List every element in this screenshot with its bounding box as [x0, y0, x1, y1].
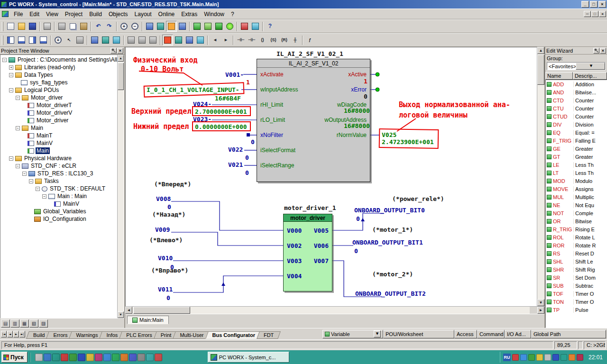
- edit-wizard-toggle-button[interactable]: [27, 35, 38, 46]
- editor-vertical-scrollbar[interactable]: ▲ ▼: [537, 47, 544, 306]
- quick-launch-icon-13[interactable]: [138, 354, 145, 361]
- crossref-header-variable[interactable]: Variable▼: [322, 330, 383, 338]
- function-block-motor-driver[interactable]: motor_driverV000V002V003V004V005V006V007: [283, 214, 332, 291]
- paste-button[interactable]: [78, 21, 89, 32]
- fbd-canvas[interactable]: IL_AI_2_SF_V1_02xActivatewInputAddressrH…: [125, 47, 537, 306]
- edit-wizard-header[interactable]: Edit Wizard ×: [545, 47, 607, 55]
- tree-item-main[interactable]: Main: [0, 147, 124, 155]
- editor-hscroll-thumb[interactable]: [133, 307, 190, 314]
- tree-item-std-cnf-eclr[interactable]: −STD_CNF : eCLR: [0, 162, 124, 170]
- pin-v007[interactable]: V007: [314, 257, 329, 264]
- crossref-header-access[interactable]: Access: [454, 330, 477, 338]
- quick-launch-icon-8[interactable]: [95, 354, 102, 361]
- select-tool-button[interactable]: ↖: [64, 35, 74, 46]
- tree-view-button-1[interactable]: ▤: [1, 319, 10, 328]
- maximize-button[interactable]: □: [590, 1, 598, 8]
- wizard-row-ctu[interactable]: CTUCounter: [546, 104, 607, 112]
- zoom-in-button[interactable]: +: [119, 21, 129, 32]
- pin-icon[interactable]: [593, 48, 599, 54]
- menu-build[interactable]: Build: [86, 9, 105, 19]
- tray-icon-8[interactable]: [569, 354, 575, 361]
- pin-icon[interactable]: [110, 48, 117, 54]
- menu-online[interactable]: Online: [155, 9, 178, 19]
- tree-scroll-thumb[interactable]: [118, 63, 124, 90]
- zoom-out-button[interactable]: −: [129, 21, 140, 32]
- tree-item-io-configuration[interactable]: IO_Configuration: [0, 215, 124, 223]
- wizard-row-div[interactable]: DIVDivision: [546, 120, 607, 128]
- next-worksheet-button[interactable]: ►: [221, 35, 231, 46]
- wizard-row-ton[interactable]: TONTimer O: [546, 298, 607, 306]
- insert-variable-button[interactable]: [89, 35, 100, 46]
- language-indicator[interactable]: RU: [503, 354, 511, 361]
- wizard-row-rol[interactable]: ROLRotate L: [546, 233, 607, 241]
- wizard-row-tof[interactable]: TOFTimer O: [546, 290, 607, 298]
- download-button[interactable]: [213, 21, 224, 32]
- insert-function-button[interactable]: ƒ: [304, 35, 315, 46]
- wizard-row-sub[interactable]: SUBSubtrac: [546, 282, 607, 290]
- quick-launch-icon-1[interactable]: [35, 354, 43, 361]
- layout-mode-button[interactable]: [177, 21, 188, 32]
- editor-vscroll-thumb[interactable]: [537, 55, 544, 85]
- wizard-row-gt[interactable]: GTGreater: [546, 153, 607, 161]
- tree-toggle-icon[interactable]: −: [29, 179, 33, 183]
- taskbar-task-pcworx[interactable]: PC WORX - System_c...: [208, 352, 289, 363]
- wizard-row-rs[interactable]: RSReset D: [546, 249, 607, 257]
- wizard-row-le[interactable]: LELess Th: [546, 161, 607, 169]
- message-tab-bus-configurator[interactable]: Bus Configurator: [207, 331, 261, 339]
- wizard-column-name[interactable]: Name: [545, 72, 573, 80]
- logic-analyzer-button[interactable]: [195, 35, 206, 46]
- tree-toggle-icon[interactable]: −: [16, 164, 20, 168]
- quick-launch-icon-7[interactable]: [86, 354, 94, 361]
- project-tree[interactable]: −Project : C:\Documents and Settings\All…: [0, 55, 124, 318]
- wizard-row-move[interactable]: MOVEAssigns: [546, 185, 607, 193]
- crossref-header-global-path[interactable]: Global Path: [531, 330, 606, 338]
- wizard-row-lt[interactable]: LTLess Th: [546, 169, 607, 177]
- tray-icon-2[interactable]: [520, 354, 527, 361]
- tree-item-motor-driver[interactable]: Motor_driver: [0, 117, 124, 124]
- tree-item-motor-driverv[interactable]: Motor_driverV: [0, 109, 124, 117]
- tree-item-sys-flag-types[interactable]: sys_flag_types: [0, 79, 124, 86]
- previous-worksheet-button[interactable]: ◄: [210, 35, 221, 46]
- watch-window-button[interactable]: [184, 35, 195, 46]
- message-tab-plc-errors[interactable]: PLC Errors: [120, 331, 157, 339]
- quick-launch-icon-15[interactable]: [155, 354, 162, 361]
- pin-v002[interactable]: V002: [287, 242, 302, 249]
- menu-objects[interactable]: Objects: [105, 9, 131, 19]
- tree-toggle-icon[interactable]: −: [36, 187, 40, 191]
- worksheet-tab-main[interactable]: Main:Main: [127, 316, 169, 324]
- message-window-toggle-button[interactable]: [16, 35, 27, 46]
- insert-coil-button[interactable]: (): [257, 35, 268, 46]
- tree-item-data-types[interactable]: −Data Types: [0, 71, 124, 79]
- insert-branch-button[interactable]: ╫: [290, 35, 301, 46]
- quick-launch-icon-4[interactable]: [61, 354, 68, 361]
- tree-item-libraries-read-only[interactable]: +Libraries (read-only): [0, 64, 124, 71]
- minimize-button[interactable]: _: [581, 1, 589, 8]
- tab-nav-button-4[interactable]: ►|: [19, 331, 25, 337]
- tree-toggle-icon[interactable]: −: [9, 156, 13, 161]
- editor-scroll-left-icon[interactable]: ◄: [125, 307, 132, 314]
- cross-references-toggle-button[interactable]: [38, 35, 49, 46]
- insert-contact-button[interactable]: ⊣⊢: [235, 35, 246, 46]
- menu-edit[interactable]: Edit: [26, 9, 43, 19]
- editor-scroll-right-icon[interactable]: ►: [537, 307, 544, 314]
- pin-rlo-limit[interactable]: rLO_Limit: [260, 117, 285, 123]
- tree-item-motor-drivert[interactable]: Motor_driverT: [0, 101, 124, 109]
- editor-scroll-down-icon[interactable]: ▼: [537, 299, 544, 306]
- tab-nav-button-3[interactable]: ►: [13, 331, 19, 337]
- menu-window[interactable]: Window: [201, 9, 228, 19]
- menu-extras[interactable]: Extras: [178, 9, 201, 19]
- pin-iselectformat[interactable]: iSelectFormat: [260, 147, 295, 154]
- wizard-row-add[interactable]: ADDAddition: [546, 80, 607, 88]
- wizard-row-ror[interactable]: RORRotate R: [546, 241, 607, 249]
- tray-icon-5[interactable]: [544, 354, 551, 361]
- tree-item-global-variables[interactable]: Global_Variables: [0, 208, 124, 215]
- tab-nav-button-2[interactable]: ◄: [7, 331, 13, 337]
- tree-toggle-icon[interactable]: +: [9, 65, 13, 70]
- new-document-button[interactable]: [5, 21, 16, 32]
- tree-item-motor-driver[interactable]: −Motor_driver: [0, 94, 124, 101]
- tree-toggle-icon[interactable]: −: [2, 58, 7, 62]
- menu-view[interactable]: View: [43, 9, 62, 19]
- editor-scroll-up-icon[interactable]: ▲: [537, 47, 544, 54]
- tree-item-tasks[interactable]: −Tasks: [0, 177, 124, 185]
- tab-nav-button-1[interactable]: |◄: [1, 331, 7, 337]
